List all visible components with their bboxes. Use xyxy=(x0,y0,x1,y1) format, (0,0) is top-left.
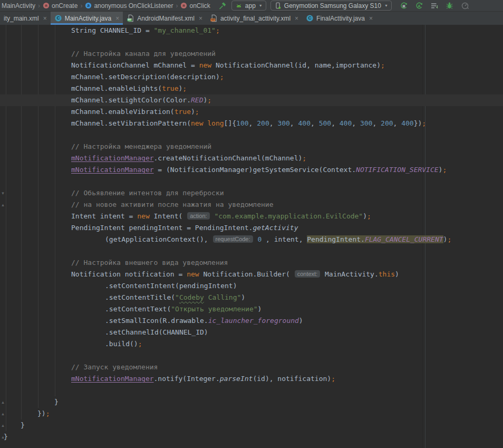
tab-close-icon[interactable]: × xyxy=(369,15,373,22)
build-hammer-icon[interactable] xyxy=(218,1,227,11)
parameter-hint: action: xyxy=(187,212,209,220)
apply-code-changes-icon[interactable]: A xyxy=(414,1,424,11)
code-token: true xyxy=(162,84,178,92)
fold-marker-icon[interactable]: ▴ xyxy=(0,202,6,208)
code-token: Intent( xyxy=(150,212,187,220)
code-token: ; xyxy=(207,96,211,104)
tab-close-icon[interactable]: × xyxy=(43,15,47,22)
code-line[interactable]: mChannel.setVibrationPattern(new long[]{… xyxy=(0,118,503,129)
code-line[interactable]: mChannel.enableLights(true); xyxy=(0,83,503,94)
editor-tab[interactable]: <>activity_final_acttivity.xml× xyxy=(206,12,302,25)
code-line[interactable]: // Запуск уведомления xyxy=(0,361,503,373)
toolbar-right: app ▼ Genymotion Samsung Galaxy S10 ▼ A xyxy=(218,1,470,11)
tab-label: AndroidManifest.xml xyxy=(137,15,195,22)
breadcrumb-label: onCreate xyxy=(52,2,78,9)
code-line[interactable]: } xyxy=(0,396,503,408)
code-token: (getApplicationContext(), xyxy=(105,235,212,243)
code-token: ; xyxy=(182,84,187,92)
code-line[interactable]: // Настройка канала для уведомлений xyxy=(0,48,503,60)
code-line[interactable]: (getApplicationContext(), requestCode: 0… xyxy=(0,234,503,245)
code-editor[interactable]: String CHANNEL_ID = "my_channel_01";// Н… xyxy=(0,25,503,448)
code-line[interactable]: String CHANNEL_ID = "my_channel_01"; xyxy=(0,25,503,36)
device-select[interactable]: Genymotion Samsung Galaxy S10 ▼ xyxy=(270,1,392,11)
code-line[interactable]: // Обьявление интентов для переброски xyxy=(0,187,503,199)
editor-tab[interactable]: CFinalActtivity.java× xyxy=(302,12,376,25)
code-token: long xyxy=(207,119,224,127)
code-line[interactable] xyxy=(0,176,503,187)
editor-tab[interactable]: CMainActivity.java× xyxy=(51,12,123,25)
svg-text:MF: MF xyxy=(128,18,131,21)
code-line[interactable]: mNotificationManager.notify(Integer.pars… xyxy=(0,373,503,385)
code-line[interactable]: mChannel.enableVibration(true); xyxy=(0,106,503,118)
code-line[interactable]: .setContentText("Открыть уведомление") xyxy=(0,303,503,315)
attach-debugger-icon[interactable] xyxy=(430,1,439,11)
fold-marker-icon[interactable]: ▴ xyxy=(0,399,6,405)
code-token: new xyxy=(187,270,199,278)
code-line[interactable]: Notification notification = new Notifica… xyxy=(0,269,503,280)
code-line[interactable]: .setSmallIcon(R.drawable.ic_launcher_for… xyxy=(0,315,503,327)
code-line[interactable] xyxy=(0,129,503,141)
code-token: this xyxy=(379,270,395,278)
code-line[interactable]: PendingIntent pendingIntent = PendingInt… xyxy=(0,222,503,234)
device-label: Genymotion Samsung Galaxy S10 xyxy=(284,2,381,9)
debug-icon[interactable] xyxy=(445,1,454,11)
code-line[interactable] xyxy=(0,385,503,396)
breadcrumb-item[interactable]: aanonymous OnClickListener xyxy=(85,2,173,9)
code-token: ic_launcher_foreground xyxy=(208,317,299,325)
code-line[interactable]: mChannel.setLightColor(Color.RED); xyxy=(0,94,503,106)
android-icon xyxy=(235,2,243,9)
code-token: // Обьявление интентов для переброски xyxy=(71,189,224,197)
fold-marker-icon[interactable]: ▴ xyxy=(0,434,6,440)
code-token: MainActivity. xyxy=(321,270,379,278)
code-line[interactable]: .setContentTitle("Codeby Calling") xyxy=(0,292,503,303)
code-line[interactable]: .setChannelId(CHANNEL_ID) xyxy=(0,327,503,338)
rerun-activity-icon[interactable] xyxy=(399,1,409,11)
code-line[interactable]: .build(); xyxy=(0,338,503,350)
code-token: , xyxy=(249,119,257,127)
code-line[interactable] xyxy=(0,245,503,257)
code-line[interactable]: // Настройка менеджера уведомлений xyxy=(0,141,503,152)
code-token: .createNotificationChannel(mChannel) xyxy=(154,154,303,162)
code-line[interactable]: } xyxy=(0,420,503,431)
svg-text:<>: <> xyxy=(211,18,215,21)
fold-marker-icon[interactable]: ▴ xyxy=(0,422,6,428)
chevron-down-icon: ▼ xyxy=(384,4,388,7)
breadcrumb-item[interactable]: MainActivity xyxy=(2,2,35,9)
tab-close-icon[interactable]: × xyxy=(115,15,119,22)
code-line[interactable]: } xyxy=(0,431,503,443)
fold-marker-icon[interactable]: ▾ xyxy=(0,190,6,196)
code-token: parseInt xyxy=(220,375,253,383)
code-token: FLAG_CANCEL_CURRENT xyxy=(365,235,443,243)
code-line[interactable]: }); xyxy=(0,408,503,420)
editor-tab[interactable]: ity_main.xml× xyxy=(0,12,51,25)
code-token: // Запуск уведомления xyxy=(71,363,158,371)
code-token: , xyxy=(269,119,278,127)
code-token: ) xyxy=(241,293,245,301)
code-token: true xyxy=(175,108,191,116)
profile-icon[interactable] xyxy=(460,1,470,11)
code-line[interactable]: mNotificationManager.createNotificationC… xyxy=(0,152,503,164)
code-line[interactable]: mNotificationManager = (NotificationMana… xyxy=(0,164,503,176)
code-token: 200 xyxy=(257,119,269,127)
breadcrumb-item[interactable]: monCreate xyxy=(43,2,78,9)
code-line[interactable]: mChannel.setDescription(description); xyxy=(0,71,503,83)
parameter-hint: context: xyxy=(295,270,321,278)
code-token: mChannel.setDescription(description) xyxy=(71,73,220,81)
run-configuration-select[interactable]: app ▼ xyxy=(231,1,266,11)
class-icon: C xyxy=(54,14,62,22)
code-line[interactable]: Intent intent = new Intent( action: "com… xyxy=(0,211,503,222)
editor-tab[interactable]: MFAndroidManifest.xml× xyxy=(123,12,206,25)
code-line[interactable]: NotificationChannel mChannel = new Notif… xyxy=(0,60,503,71)
breadcrumb-item[interactable]: monClick xyxy=(180,2,210,9)
fold-marker-icon[interactable]: ▴ xyxy=(0,411,6,417)
code-token: // Настройка менеджера уведомлений xyxy=(71,142,211,150)
code-line[interactable] xyxy=(0,36,503,48)
code-line[interactable]: .setContentIntent(pendingIntent) xyxy=(0,280,503,292)
code-line[interactable]: // Настройка внешнего вида уведомления xyxy=(0,257,503,269)
tab-close-icon[interactable]: × xyxy=(295,15,298,22)
tab-close-icon[interactable]: × xyxy=(199,15,202,22)
code-area[interactable]: String CHANNEL_ID = "my_channel_01";// Н… xyxy=(0,25,503,443)
code-line[interactable]: // на новое активити после нажатия на ув… xyxy=(0,199,503,211)
code-line[interactable] xyxy=(0,350,503,361)
code-token: = (NotificationManager)getSystemService(… xyxy=(154,166,356,174)
